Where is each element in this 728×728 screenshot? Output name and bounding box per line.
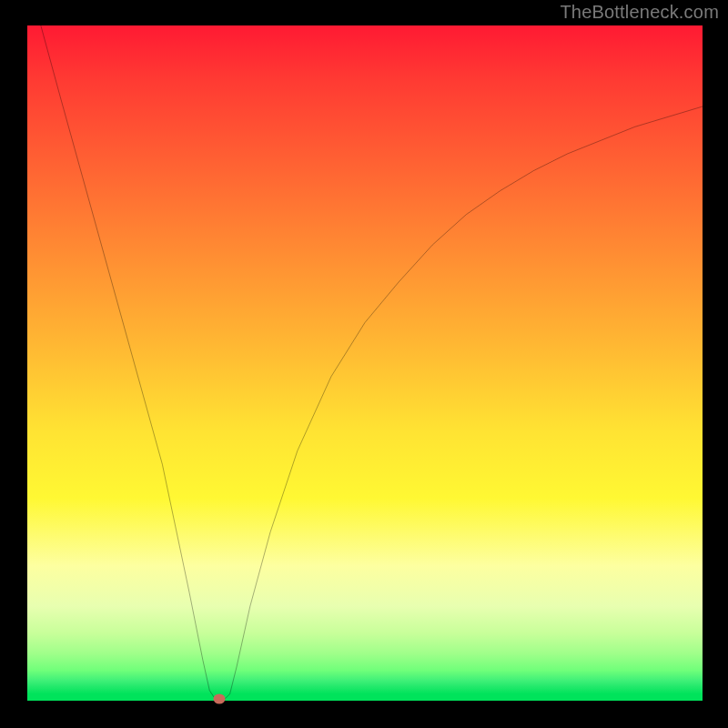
watermark-label: TheBottleneck.com [560, 2, 719, 23]
bottleneck-curve-svg [27, 25, 703, 701]
minimum-point-marker [214, 694, 226, 704]
bottleneck-curve-path [41, 25, 703, 701]
chart-frame: TheBottleneck.com [0, 0, 728, 728]
